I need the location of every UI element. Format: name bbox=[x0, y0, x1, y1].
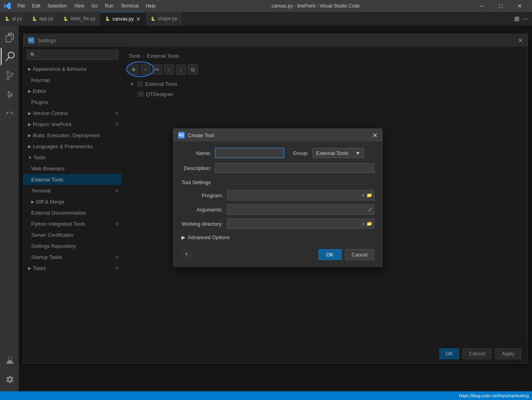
activity-account[interactable] bbox=[1, 352, 18, 369]
workdir-input-wrap: + 📁 bbox=[227, 219, 374, 229]
program-input[interactable] bbox=[229, 192, 360, 198]
menu-run[interactable]: Run bbox=[102, 2, 117, 9]
menu-help[interactable]: Help bbox=[143, 2, 159, 9]
menu-go[interactable]: Go bbox=[88, 2, 101, 9]
program-add-icon[interactable]: + bbox=[362, 192, 365, 198]
create-tool-dialog: PC Create Tool ✕ Name: Group: External T… bbox=[173, 128, 383, 267]
arguments-input-wrap: ⤢ bbox=[227, 204, 374, 215]
minimize-button[interactable]: ─ bbox=[473, 0, 491, 12]
modal-title: Create Tool bbox=[188, 132, 369, 138]
tab-qt[interactable]: 🐍 qt.py bbox=[0, 12, 27, 26]
modal-body: Name: Group: External Tools ▼ Descriptio… bbox=[174, 142, 382, 240]
tab-shape[interactable]: 🐍 shape.py bbox=[146, 12, 182, 26]
modal-titlebar: PC Create Tool ✕ bbox=[174, 129, 382, 142]
modal-cancel-button[interactable]: Cancel bbox=[345, 249, 374, 260]
activity-bottom bbox=[1, 352, 18, 391]
modal-pycharm-icon: PC bbox=[178, 132, 185, 138]
tab-label-icon: 🐍 bbox=[63, 17, 68, 21]
tab-bar: 🐍 qt.py 🐍 app.py 🐍 label_file.py 🐍 canva… bbox=[0, 12, 532, 26]
tabbar-actions: ⊞ ⋯ bbox=[514, 15, 532, 23]
activity-source-control[interactable] bbox=[1, 67, 18, 84]
arguments-label: Arguments: bbox=[181, 207, 223, 213]
tab-app-icon: 🐍 bbox=[32, 17, 37, 21]
tab-canvas[interactable]: 🐍 canvas.py ✕ bbox=[100, 12, 146, 26]
name-input[interactable] bbox=[215, 148, 284, 158]
menu-terminal[interactable]: Terminal bbox=[117, 2, 141, 9]
workdir-input[interactable] bbox=[229, 221, 360, 226]
group-value: External Tools bbox=[316, 150, 352, 156]
modal-overlay: PC Create Tool ✕ Name: Group: External T… bbox=[19, 26, 532, 391]
workdir-add-icon[interactable]: + bbox=[362, 221, 365, 227]
menu-bar: File Edit Selection View Go Run Terminal… bbox=[14, 2, 158, 9]
tab-canvas-close[interactable]: ✕ bbox=[136, 16, 141, 22]
modal-close-button[interactable]: ✕ bbox=[372, 132, 377, 139]
group-dropdown-icon: ▼ bbox=[355, 150, 360, 156]
tab-qt-icon: 🐍 bbox=[5, 17, 9, 21]
statusbar-url: https://blog.csdn.net/hanshanbuleng bbox=[459, 393, 529, 398]
tab-qt-label: qt.py bbox=[12, 16, 22, 21]
name-group-row: Name: Group: External Tools ▼ bbox=[181, 148, 374, 158]
more-tabs-icon[interactable]: ⋯ bbox=[523, 15, 529, 23]
vscode-logo bbox=[3, 2, 11, 10]
tab-app[interactable]: 🐍 app.py bbox=[27, 12, 58, 26]
advanced-options-section[interactable]: ▶ Advanced Options bbox=[181, 234, 374, 240]
main-layout: PC Settings ✕ 🔍 bbox=[0, 26, 532, 391]
workdir-label: Working directory: bbox=[181, 221, 223, 227]
tab-app-label: app.py bbox=[39, 16, 53, 21]
group-select[interactable]: External Tools ▼ bbox=[313, 148, 364, 158]
description-label: Description: bbox=[181, 165, 211, 171]
activity-run[interactable] bbox=[1, 86, 18, 103]
tab-shape-icon: 🐍 bbox=[151, 17, 155, 21]
advanced-expand-arrow: ▶ bbox=[181, 234, 185, 240]
description-input[interactable] bbox=[215, 163, 374, 173]
titlebar: File Edit Selection View Go Run Terminal… bbox=[0, 0, 532, 12]
activity-settings[interactable] bbox=[1, 371, 18, 388]
tab-canvas-label: canvas.py bbox=[112, 16, 134, 22]
maximize-button[interactable]: □ bbox=[492, 0, 510, 12]
group-label: Group: bbox=[293, 150, 309, 156]
tab-label[interactable]: 🐍 label_file.py bbox=[58, 12, 100, 26]
activity-explorer[interactable] bbox=[1, 29, 18, 46]
modal-ok-button[interactable]: OK bbox=[318, 249, 342, 260]
advanced-label: Advanced Options bbox=[188, 234, 230, 240]
workdir-row: Working directory: + 📁 bbox=[181, 219, 374, 229]
menu-view[interactable]: View bbox=[71, 2, 87, 9]
program-label: Program: bbox=[181, 192, 223, 198]
workdir-folder-icon[interactable]: 📁 bbox=[366, 221, 372, 226]
arguments-row: Arguments: ⤢ bbox=[181, 204, 374, 215]
description-row: Description: bbox=[181, 163, 374, 173]
split-editor-icon[interactable]: ⊞ bbox=[514, 15, 519, 23]
tab-canvas-icon: 🐍 bbox=[105, 17, 110, 21]
modal-footer: ? OK Cancel bbox=[174, 246, 382, 266]
program-row: Program: + 📁 bbox=[181, 190, 374, 200]
menu-edit[interactable]: Edit bbox=[29, 2, 43, 9]
program-input-wrap: + 📁 bbox=[227, 190, 374, 200]
arguments-input[interactable] bbox=[229, 207, 366, 212]
tab-shape-label: shape.py bbox=[158, 16, 177, 21]
statusbar: https://blog.csdn.net/hanshanbuleng bbox=[0, 391, 532, 400]
tab-label-label: label_file.py bbox=[70, 16, 95, 21]
window-title: canvas.py - linePoint - Visual Studio Co… bbox=[158, 3, 473, 9]
activity-bar bbox=[0, 26, 19, 391]
help-button[interactable]: ? bbox=[181, 250, 191, 259]
menu-selection[interactable]: Selection bbox=[44, 2, 70, 9]
close-button[interactable]: ✕ bbox=[511, 0, 529, 12]
arguments-expand-icon[interactable]: ⤢ bbox=[368, 206, 372, 213]
activity-search[interactable] bbox=[1, 48, 18, 65]
activity-extensions[interactable] bbox=[1, 105, 18, 122]
window-controls: ─ □ ✕ bbox=[473, 0, 529, 12]
program-folder-icon[interactable]: 📁 bbox=[366, 192, 372, 198]
name-label: Name: bbox=[181, 150, 211, 156]
menu-file[interactable]: File bbox=[14, 2, 28, 9]
tool-settings-header: Tool Settings bbox=[181, 179, 374, 185]
